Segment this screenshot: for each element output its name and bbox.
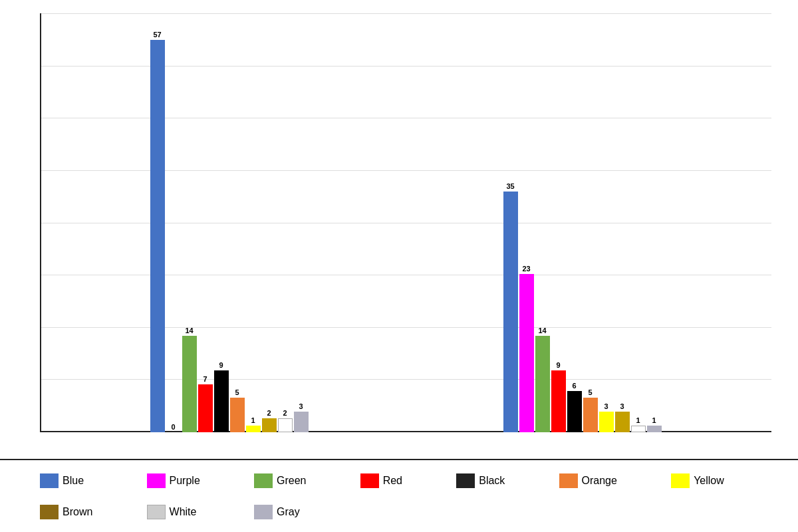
bar-wrap: 1	[647, 416, 662, 432]
bar-value-label: 9	[219, 361, 223, 369]
bar-value-label: 23	[522, 265, 530, 273]
legend-label: White	[170, 506, 197, 518]
bar-wrap: 1	[246, 416, 261, 432]
bar	[182, 336, 197, 432]
legend-label: Brown	[63, 506, 92, 518]
chart-area: 5701479512233523149653311	[0, 0, 798, 459]
legend-label: Red	[383, 475, 402, 487]
bar	[230, 398, 245, 432]
legend-label: Gray	[277, 506, 300, 518]
legend-label: Blue	[63, 475, 84, 487]
bar-wrap: 5	[583, 388, 598, 432]
legend-swatch	[40, 473, 59, 488]
legend-item: Green	[254, 473, 340, 488]
bar-wrap: 3	[599, 402, 614, 432]
legend-item: Brown	[40, 505, 127, 519]
bar-wrap: 5	[230, 388, 245, 432]
bar	[150, 40, 165, 432]
bar-value-label: 2	[283, 409, 287, 417]
bar	[246, 426, 261, 432]
bar-value-label: 14	[185, 327, 193, 334]
bar-value-label: 7	[203, 375, 207, 383]
legend-item: Orange	[559, 473, 652, 488]
bar	[262, 418, 277, 432]
bar-value-label: 0	[171, 423, 175, 431]
bar-value-label: 6	[572, 382, 576, 390]
bar-wrap: 7	[198, 375, 213, 432]
bar-wrap: 3	[294, 402, 309, 432]
bar	[278, 418, 293, 432]
legend-swatch	[559, 473, 578, 488]
bar-wrap: 14	[535, 327, 550, 432]
legend-item: Yellow	[671, 473, 758, 488]
legend-swatch	[254, 473, 273, 488]
bar-wrap: 9	[214, 361, 229, 432]
legend: BluePurpleGreenRedBlackOrangeYellowBrown…	[0, 459, 798, 532]
bar	[599, 412, 614, 432]
bar-value-label: 35	[506, 182, 514, 190]
bar-wrap: 2	[262, 409, 277, 432]
legend-item: Purple	[147, 473, 234, 488]
legend-swatch	[147, 505, 166, 519]
bar	[631, 426, 646, 432]
bar	[535, 336, 550, 432]
bar	[615, 412, 630, 432]
bar-value-label: 3	[620, 402, 624, 410]
chart-container: 5701479512233523149653311 BluePurpleGree…	[0, 0, 798, 532]
legend-item: White	[147, 505, 234, 519]
bar-value-label: 1	[251, 416, 255, 424]
bar	[647, 426, 662, 432]
legend-label: Orange	[582, 475, 617, 487]
bar-value-label: 3	[604, 402, 608, 410]
bar-value-label: 3	[299, 402, 303, 410]
legend-swatch	[671, 473, 690, 488]
legend-swatch	[40, 505, 59, 519]
bar-value-label: 1	[652, 416, 656, 424]
bar-wrap: 14	[182, 327, 197, 432]
bar	[294, 412, 309, 432]
legend-item: Red	[360, 473, 437, 488]
bar-value-label: 5	[235, 388, 239, 396]
bar-wrap: 6	[567, 382, 582, 432]
bar	[503, 192, 518, 432]
bar-wrap: 23	[519, 265, 534, 432]
bar-wrap: 3	[615, 402, 630, 432]
legend-swatch	[147, 473, 166, 488]
bar-value-label: 2	[267, 409, 271, 417]
bar-value-label: 14	[538, 327, 546, 334]
legend-label: Green	[277, 475, 306, 487]
bar	[214, 370, 229, 432]
bar-value-label: 5	[588, 388, 592, 396]
bar-wrap: 1	[631, 416, 646, 432]
bar-wrap: 2	[278, 409, 293, 432]
legend-item: Black	[456, 473, 539, 488]
legend-label: Purple	[170, 475, 200, 487]
bars-wrapper: 5701479512233523149653311	[40, 13, 771, 432]
legend-swatch	[456, 473, 475, 488]
bar-wrap: 35	[503, 182, 518, 432]
bar-group: 3523149653311	[406, 182, 758, 432]
bar	[198, 384, 213, 432]
legend-label: Black	[479, 475, 505, 487]
bar-group: 570147951223	[53, 31, 405, 432]
legend-item: Blue	[40, 473, 127, 488]
bar	[583, 398, 598, 432]
bar-value-label: 1	[636, 416, 640, 424]
legend-label: Yellow	[694, 475, 724, 487]
legend-swatch	[254, 505, 273, 519]
bar	[519, 274, 534, 432]
bar-value-label: 57	[153, 31, 161, 39]
legend-item: Gray	[254, 505, 340, 519]
bar-wrap: 57	[150, 31, 165, 432]
bar	[567, 391, 582, 432]
bar-wrap: 0	[166, 423, 181, 432]
bar-value-label: 9	[556, 361, 560, 369]
legend-swatch	[360, 473, 379, 488]
bar-wrap: 9	[551, 361, 566, 432]
bar	[551, 370, 566, 432]
